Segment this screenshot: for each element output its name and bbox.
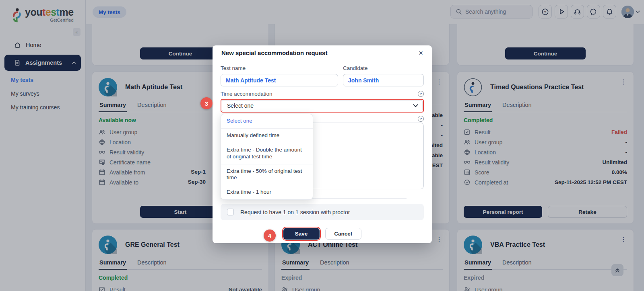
select-value: Select one — [227, 102, 254, 109]
chevron-down-icon — [413, 104, 418, 107]
app-screen: youtestme GetCertified « Home — [0, 0, 644, 291]
annotation-step-3: 3 — [200, 97, 213, 109]
proctor-checkbox[interactable] — [227, 209, 234, 215]
dropdown-option[interactable]: Select one — [221, 114, 313, 128]
dropdown-option[interactable]: Extra time - Double the amount of origin… — [221, 143, 313, 164]
dropdown-option[interactable]: Extra time - 1 hour — [221, 185, 313, 199]
accommodation-modal: New special accommodation request × Test… — [213, 45, 432, 243]
test-name-field[interactable]: Math Aptitude Test — [221, 74, 338, 86]
close-icon[interactable]: × — [419, 49, 423, 57]
time-accommodation-label: Time accommodation — [221, 91, 272, 97]
test-name-label: Test name — [221, 65, 338, 71]
save-button[interactable]: Save — [283, 228, 320, 240]
candidate-field[interactable]: John Smith — [343, 74, 424, 86]
proctor-option: Request to have 1 on 1 session with proc… — [221, 204, 424, 220]
dropdown-option[interactable]: Manually defined time — [221, 128, 313, 143]
time-accommodation-select[interactable]: Select one — [222, 100, 423, 111]
candidate-label: Candidate — [343, 65, 424, 71]
proctor-checkbox-label: Request to have 1 on 1 session with proc… — [240, 209, 350, 215]
dropdown-option[interactable]: Extra time - 50% of original test time — [221, 164, 313, 185]
annotation-highlight-select: Select one — [221, 99, 424, 113]
info-icon[interactable]: ? — [418, 91, 424, 97]
modal-title: New special accommodation request — [221, 49, 327, 56]
info-icon[interactable]: ? — [418, 116, 424, 122]
annotation-step-4: 4 — [264, 230, 276, 242]
cancel-button[interactable]: Cancel — [325, 228, 361, 240]
time-accommodation-dropdown: Select oneManually defined timeExtra tim… — [221, 114, 313, 200]
